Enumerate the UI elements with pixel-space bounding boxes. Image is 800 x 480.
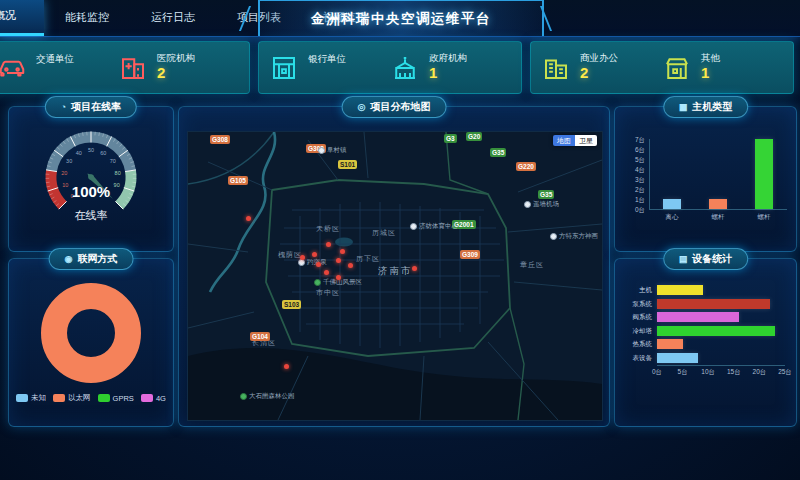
project-marker[interactable] [336, 275, 341, 280]
axis-tick-label: 3台 [619, 176, 645, 185]
stat-value [36, 65, 74, 82]
project-marker[interactable] [246, 216, 251, 221]
bar [657, 339, 683, 349]
road-badge: G35 [490, 148, 506, 157]
project-marker[interactable] [326, 242, 331, 247]
map-canvas[interactable]: G308G308G105G309G104G220G3G20G35G2001G35… [187, 131, 603, 421]
legend-item[interactable]: 4G [141, 393, 166, 403]
district-label: 历下区 [356, 254, 380, 264]
road-badge: G105 [228, 176, 248, 185]
stat-other: 其他 1 [662, 52, 783, 83]
network-donut-chart [41, 283, 141, 383]
bar [657, 285, 703, 295]
project-marker[interactable] [340, 249, 345, 254]
poi-dot-icon [524, 201, 531, 208]
axis-tick-label: 螺杆 [698, 213, 738, 222]
poi-marker[interactable]: 大石崮森林公园 [240, 392, 295, 401]
poi-marker[interactable]: 阜村镇 [318, 146, 347, 155]
stats-icon: ▤ [679, 255, 688, 264]
tab-overview[interactable]: 概况 [0, 0, 44, 36]
axis-tick-label: 0台 [619, 206, 645, 215]
panel-map-header: ◎ 项目分布地图 [342, 96, 447, 118]
road-badge: G3 [444, 134, 457, 143]
panel-network-header: ◉ 联网方式 [49, 248, 134, 270]
stat-office: 商业办公 2 [541, 52, 662, 83]
poi-label: 方特东方神画 [559, 232, 598, 241]
legend-item[interactable]: 未知 [16, 393, 46, 403]
legend-label: 未知 [31, 393, 46, 403]
axis-tick-label: 4台 [619, 166, 645, 175]
tab-run-logs[interactable]: 运行日志 [130, 0, 216, 36]
stat-label: 商业办公 [580, 52, 618, 64]
axis-tick-label: 冷却塔 [619, 327, 652, 336]
bar [709, 199, 727, 209]
bank-icon [269, 53, 299, 83]
road-badge: S103 [282, 300, 301, 309]
bar [657, 353, 698, 363]
bar-chart-icon: ▦ [679, 103, 688, 112]
car-icon [0, 53, 27, 83]
poi-dot-icon [240, 393, 247, 400]
road-badge: S101 [338, 160, 357, 169]
panel-project-map: ◎ 项目分布地图 G308G308G105G309G104G22 [178, 106, 610, 427]
legend-item[interactable]: GPRS [98, 393, 134, 403]
project-marker[interactable] [324, 270, 329, 275]
project-marker[interactable] [312, 252, 317, 257]
legend-item[interactable]: 以太网 [53, 393, 91, 403]
stat-card-office-other: 商业办公 2 其他 1 [530, 41, 794, 94]
poi-label: 大石崮森林公园 [249, 392, 295, 401]
svg-text:40: 40 [76, 150, 82, 156]
axis-tick-label: 2台 [619, 186, 645, 195]
axis-tick-label: 泵系统 [619, 300, 652, 309]
axis-tick-label: 热系统 [619, 340, 652, 349]
satellite-layer-button[interactable]: 卫星 [575, 135, 597, 146]
legend-label: GPRS [113, 394, 134, 403]
stat-hospital: 医院机构 2 [118, 52, 239, 83]
map-layer-button[interactable]: 地图 [553, 135, 575, 146]
svg-text:80: 80 [115, 170, 121, 176]
road-badge: G309 [460, 250, 480, 259]
project-marker[interactable] [300, 255, 305, 260]
panel-title: 项目分布地图 [370, 100, 430, 114]
project-marker[interactable] [336, 258, 341, 263]
online-rate-gauge: 0102030405060708090100%在线率 [9, 121, 173, 225]
road-badge: G308 [210, 135, 230, 144]
bar [663, 199, 681, 209]
svg-text:90: 90 [114, 182, 120, 188]
hospital-icon [118, 53, 148, 83]
poi-marker[interactable]: 方特东方神画 [550, 232, 598, 241]
project-marker[interactable] [284, 364, 289, 369]
map-overlay: G308G308G105G309G104G220G3G20G35G2001G35… [188, 132, 602, 420]
district-label: 市中区 [316, 288, 340, 298]
panel-host-header: ▦ 主机类型 [663, 96, 749, 118]
panel-title: 项目在线率 [71, 100, 121, 114]
legend-label: 4G [156, 394, 166, 403]
panel-title: 联网方式 [77, 252, 117, 266]
device-stats-chart: 主机泵系统阀系统冷却塔热系统表设备0台5台10台15台20台25台 [619, 277, 791, 419]
online-rate-gauge-slot: 0102030405060708090100%在线率 [9, 121, 173, 231]
axis-tick-label: 10台 [696, 368, 720, 377]
axis-tick-label: 5台 [671, 368, 695, 377]
panel-device-header: ▤ 设备统计 [663, 248, 749, 270]
stat-bank: 银行单位 [269, 53, 390, 83]
stat-card-bank-government: 银行单位 政府机构 1 [258, 41, 522, 94]
tab-energy-monitor[interactable]: 能耗监控 [44, 0, 130, 36]
poi-dot-icon [298, 259, 305, 266]
project-marker[interactable] [316, 262, 321, 267]
legend-swatch [16, 394, 28, 402]
project-marker[interactable] [412, 266, 417, 271]
poi-marker[interactable]: 遥墙机场 [524, 200, 559, 209]
top-nav: 概况 能耗监控 运行日志 项目列表 视频监控 金洲科瑞中央空调运维平台 [0, 0, 800, 37]
svg-text:在线率: 在线率 [75, 209, 108, 221]
bar [657, 299, 770, 309]
project-marker[interactable] [348, 263, 353, 268]
poi-label: 千佛山风景区 [323, 278, 362, 287]
stat-label: 政府机构 [429, 52, 467, 64]
poi-label: 济纺体育中心 [419, 222, 458, 231]
poi-marker[interactable]: 济纺体育中心 [410, 222, 458, 231]
poi-label: 遥墙机场 [533, 200, 559, 209]
svg-text:100%: 100% [72, 183, 110, 200]
bar [657, 312, 739, 322]
bar [755, 139, 773, 209]
axis-tick-label: 螺杆 [744, 213, 784, 222]
